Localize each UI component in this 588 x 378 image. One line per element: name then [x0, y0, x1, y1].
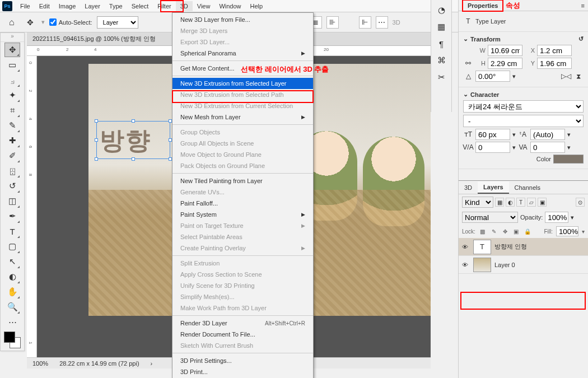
align-right-icon[interactable]: ⊪: [326, 16, 339, 29]
more-options-icon[interactable]: ⋯: [376, 16, 388, 29]
lock-nest-icon[interactable]: ▣: [512, 227, 520, 235]
auto-select-checkbox[interactable]: Auto-Select:: [49, 18, 92, 26]
height-input[interactable]: [488, 58, 522, 69]
home-icon[interactable]: ⌂: [4, 15, 19, 30]
text-color-swatch[interactable]: [553, 155, 584, 164]
menu-layer[interactable]: Layer: [80, 1, 105, 11]
zoom-level[interactable]: 100%: [32, 360, 48, 367]
menu-item[interactable]: 3D Print Settings...: [172, 355, 313, 366]
menu-help[interactable]: Help: [246, 1, 268, 11]
layer-row[interactable]: 👁 Layer 0: [459, 256, 588, 274]
marquee-tool[interactable]: ▭: [4, 58, 20, 72]
reset-icon[interactable]: ↺: [578, 35, 584, 43]
filter-adjust-icon[interactable]: ◐: [506, 198, 515, 207]
paragraph-icon[interactable]: ¶: [433, 37, 449, 50]
eyedropper-tool[interactable]: ✎: [4, 118, 20, 133]
layer-thumb[interactable]: T: [473, 240, 491, 254]
fill-input[interactable]: [556, 226, 578, 236]
font-style-select[interactable]: -: [463, 115, 584, 127]
menu-item[interactable]: New 3D Layer from File...: [172, 14, 313, 25]
shape-tool[interactable]: ▢: [4, 239, 20, 254]
filter-shape-icon[interactable]: ▱: [527, 198, 536, 207]
menu-item[interactable]: Paint System▶: [172, 209, 313, 220]
layer-row[interactable]: 👁 T 방향제 인형: [459, 238, 588, 256]
menu-item[interactable]: Render 3D LayerAlt+Shift+Ctrl+R: [172, 318, 313, 329]
menu-select[interactable]: Select: [127, 1, 153, 11]
crop-tool[interactable]: ⌗: [4, 103, 20, 118]
color-swatches[interactable]: [4, 332, 21, 348]
stamp-tool[interactable]: ⌹: [4, 164, 20, 178]
menu-file[interactable]: File: [16, 1, 35, 11]
filter-smart-icon[interactable]: ▣: [538, 198, 547, 207]
visibility-icon[interactable]: 👁: [462, 244, 470, 250]
history-icon[interactable]: ◔: [433, 3, 449, 17]
flip-v-icon[interactable]: ⧗: [573, 71, 584, 81]
brushes-icon[interactable]: ✂: [433, 71, 449, 84]
gradient-tool[interactable]: ◐: [4, 269, 20, 284]
menu-item[interactable]: 3D Print...: [172, 366, 313, 377]
properties-tab[interactable]: Properties: [462, 0, 503, 12]
collapse-icon[interactable]: ⌄: [463, 35, 468, 43]
blend-mode-select[interactable]: Normal: [462, 212, 518, 223]
menu-item[interactable]: Render Document To File...: [172, 329, 313, 340]
lock-all-icon[interactable]: 🔒: [524, 227, 531, 235]
filter-pixel-icon[interactable]: ▦: [495, 198, 504, 207]
menu-type[interactable]: Type: [105, 1, 127, 11]
leading-input[interactable]: [530, 129, 565, 140]
menu-item[interactable]: New 3D Extrusion from Selected Layer: [172, 78, 313, 89]
y-input[interactable]: [537, 58, 572, 69]
flip-h-icon[interactable]: ▷◁: [561, 71, 571, 81]
move-tool-icon[interactable]: ✥: [24, 17, 37, 28]
quick-select-tool[interactable]: ✦: [4, 88, 20, 102]
distribute-icon[interactable]: ⊩: [359, 16, 371, 29]
type-tool[interactable]: T: [4, 224, 20, 239]
lock-pos-icon[interactable]: ✥: [501, 227, 509, 235]
auto-select-target[interactable]: Layer: [97, 16, 138, 29]
lasso-tool[interactable]: ⟓: [4, 73, 20, 87]
eraser-tool[interactable]: ◫: [4, 194, 20, 208]
menu-edit[interactable]: Edit: [35, 1, 54, 11]
menu-item[interactable]: New Mesh from Layer▶: [172, 111, 313, 123]
panel-tab-channels[interactable]: Channels: [509, 182, 546, 193]
angle-input[interactable]: [475, 71, 510, 82]
lock-paint-icon[interactable]: ✎: [490, 227, 498, 235]
tracking-input[interactable]: [530, 142, 565, 153]
menu-image[interactable]: Image: [54, 1, 81, 11]
text-layer-selection[interactable]: 방향: [100, 124, 167, 156]
menu-view[interactable]: View: [193, 1, 215, 11]
visibility-icon[interactable]: 👁: [462, 262, 470, 268]
toolbox-collapse-icon[interactable]: »: [1, 33, 24, 42]
width-input[interactable]: [488, 45, 522, 56]
filter-toggle-icon[interactable]: ⊙: [576, 198, 585, 207]
panel-tab-layers[interactable]: Layers: [478, 181, 508, 194]
zoom-tool[interactable]: 🔍: [4, 300, 20, 314]
menu-item[interactable]: Paint Falloff...: [172, 198, 313, 209]
panel-menu-icon[interactable]: ≡: [581, 2, 585, 9]
link-icon[interactable]: ⚯: [463, 58, 473, 68]
ruler-vertical[interactable]: 024681: [27, 56, 37, 368]
font-family-select[interactable]: 카페24 써라운드: [463, 100, 584, 113]
brush-tool[interactable]: ✐: [4, 148, 20, 163]
path-select-tool[interactable]: ↖: [4, 254, 20, 269]
edit-toolbar[interactable]: ⋯: [4, 315, 20, 329]
healing-tool[interactable]: ✚: [4, 133, 20, 148]
glyphs-icon[interactable]: ⌘: [433, 54, 449, 67]
filter-type-icon[interactable]: T: [516, 198, 525, 207]
swatches-icon[interactable]: ▦: [433, 20, 449, 34]
lock-trans-icon[interactable]: ▩: [479, 227, 487, 235]
collapse-icon[interactable]: ⌄: [463, 91, 468, 98]
hand-tool[interactable]: ✋: [4, 284, 20, 299]
opacity-input[interactable]: [545, 212, 568, 223]
menu-item[interactable]: New Tiled Painting from Layer: [172, 175, 313, 186]
font-size-input[interactable]: [475, 129, 510, 140]
move-tool[interactable]: ✥: [4, 43, 20, 57]
panel-tab-3d[interactable]: 3D: [459, 182, 478, 193]
menu-window[interactable]: Window: [214, 1, 245, 11]
menu-item[interactable]: Spherical Panorama▶: [172, 48, 313, 59]
history-brush-tool[interactable]: ↺: [4, 179, 20, 193]
x-input[interactable]: [537, 45, 572, 56]
layer-kind-filter[interactable]: Kind: [462, 197, 493, 208]
pen-tool[interactable]: ✒: [4, 209, 20, 223]
va-input[interactable]: [475, 142, 510, 153]
layer-thumb[interactable]: [473, 258, 491, 272]
